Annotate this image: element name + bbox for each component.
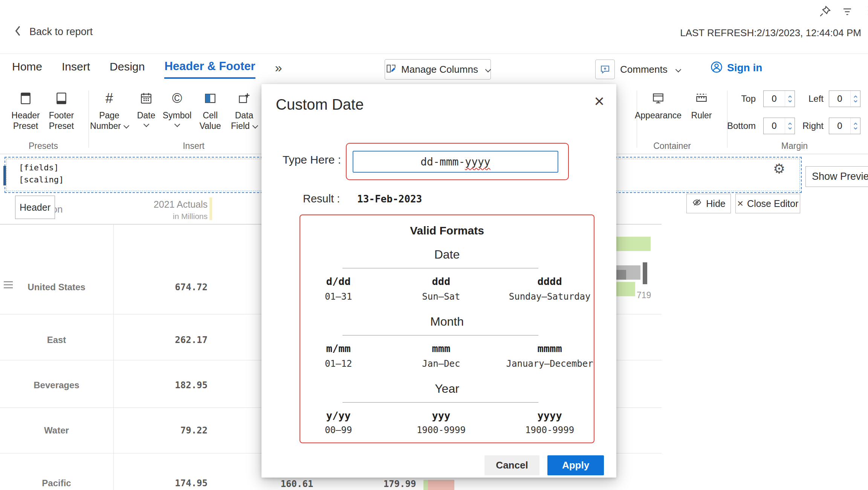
selection-handle[interactable]	[3, 166, 6, 185]
margin-top-stepper[interactable]: 0	[763, 90, 795, 107]
format-code: mmmm	[506, 343, 594, 354]
tab-design[interactable]: Design	[110, 60, 145, 79]
page-number-button[interactable]: # Page Number	[90, 88, 129, 131]
cancel-button[interactable]: Cancel	[484, 455, 539, 475]
comments-button[interactable]: Comments	[595, 59, 680, 80]
format-range: Jan–Dec	[377, 358, 506, 369]
chart-bar-label: 719	[637, 290, 651, 300]
format-code: m/mm	[300, 343, 377, 354]
cell-value-button[interactable]: Cell Value	[194, 88, 227, 131]
person-icon	[710, 60, 723, 75]
stepper-arrows[interactable]	[785, 91, 795, 107]
header-preset-label: Header Preset	[6, 110, 45, 131]
pin-icon[interactable]	[818, 5, 832, 20]
highlight-stripe	[209, 198, 212, 220]
ruler-label: Ruler	[691, 110, 712, 121]
margin-left-label: Left	[797, 90, 824, 107]
divider	[342, 402, 538, 403]
table-row-value: 262.17	[113, 335, 208, 345]
tab-insert[interactable]: Insert	[62, 60, 90, 79]
format-code: ddd	[377, 276, 506, 287]
valid-formats-title: Valid Formats	[300, 224, 594, 237]
custom-date-input[interactable]: dd-mmm-yyyy	[353, 151, 558, 173]
divider	[342, 335, 538, 335]
show-preview-button[interactable]: Show Preview	[805, 166, 868, 187]
footer-preset-button[interactable]: Footer Preset	[43, 88, 79, 131]
conditional-format-cell	[423, 480, 454, 490]
table-row-name: Pacific	[0, 478, 113, 488]
footer-preset-icon	[54, 88, 69, 109]
filter-icon[interactable]	[841, 6, 854, 19]
copyright-icon: ©	[172, 88, 182, 109]
chevron-down-icon	[252, 123, 258, 129]
chevron-down-icon	[485, 66, 491, 72]
manage-columns-icon	[385, 63, 397, 76]
appearance-button[interactable]: Appearance	[636, 88, 680, 121]
token-fields[interactable]: [fields]	[19, 163, 59, 172]
chevron-down-icon	[143, 121, 149, 127]
section-heading-year: Year	[300, 382, 594, 396]
tab-home[interactable]: Home	[12, 60, 42, 79]
margin-left-value: 0	[829, 91, 850, 107]
cell-value-label: Cell Value	[194, 110, 227, 131]
chevron-down-icon	[174, 121, 180, 127]
token-scaling[interactable]: [scaling]	[19, 175, 64, 184]
divider	[89, 90, 89, 148]
tab-header-footer[interactable]: Header & Footer	[164, 60, 255, 79]
margin-top-value: 0	[764, 91, 785, 107]
result-label: Result :	[303, 193, 340, 205]
table-row-value: 79.22	[113, 425, 208, 436]
ribbon-tabs: Home Insert Design Header & Footer »	[12, 60, 282, 79]
format-code: dddd	[506, 276, 594, 287]
divider	[342, 268, 538, 268]
hash-icon: #	[105, 88, 113, 109]
gear-icon[interactable]: ⚙	[773, 162, 785, 176]
stepper-arrows[interactable]	[850, 91, 860, 107]
format-code: yyy	[377, 410, 506, 421]
section-heading-date: Date	[300, 248, 594, 262]
column-header-2021-actuals: 2021 Actuals	[113, 199, 208, 210]
format-range: 01–31	[300, 291, 377, 302]
table-row-value: 174.95	[113, 478, 208, 488]
stepper-arrows[interactable]	[850, 118, 860, 134]
margin-bottom-value: 0	[764, 118, 785, 134]
margin-right-stepper[interactable]: 0	[829, 118, 860, 134]
apply-button[interactable]: Apply	[547, 455, 604, 475]
ruler-button[interactable]: Ruler	[686, 88, 717, 121]
table-row-value: 182.95	[113, 380, 208, 390]
container-group-label: Container	[642, 141, 702, 151]
header-preset-button[interactable]: Header Preset	[6, 88, 45, 131]
margin-top-label: Top	[731, 90, 756, 107]
format-code: d/dd	[300, 276, 377, 287]
symbol-label: Symbol	[163, 110, 192, 121]
margin-group-label: Margin	[764, 141, 825, 151]
comments-label: Comments	[620, 64, 668, 75]
more-options-icon[interactable]: ⋮	[863, 3, 868, 17]
format-code: y/yy	[300, 410, 377, 421]
header-section-chip[interactable]: Header	[15, 196, 55, 219]
custom-date-dialog: Custom Date × Type Here : dd-mmm-yyyy Re…	[261, 84, 616, 478]
close-editor-button[interactable]: × Close Editor	[735, 194, 800, 213]
date-button[interactable]: Date	[132, 88, 160, 126]
footer-preset-label: Footer Preset	[43, 110, 79, 131]
sign-in-button[interactable]: Sign in	[710, 60, 762, 75]
table-row-name: East	[0, 335, 113, 345]
table-row-name: Beverages	[0, 380, 113, 390]
manage-columns-button[interactable]: Manage Columns	[385, 59, 491, 80]
hide-button[interactable]: Hide	[686, 194, 731, 213]
symbol-button[interactable]: © Symbol	[160, 88, 194, 126]
format-range: January–December	[506, 358, 594, 369]
type-here-label: Type Here :	[283, 153, 341, 166]
back-to-report-button[interactable]: Back to report	[14, 25, 93, 38]
tabs-overflow-icon[interactable]: »	[275, 60, 282, 79]
dialog-close-icon[interactable]: ×	[594, 92, 604, 110]
data-field-button[interactable]: Data Field	[226, 88, 262, 131]
close-icon: ×	[737, 198, 743, 209]
margin-right-label: Right	[793, 118, 824, 134]
margin-left-stepper[interactable]: 0	[829, 90, 860, 107]
format-range: 01–12	[300, 358, 377, 369]
margin-bottom-stepper[interactable]: 0	[763, 118, 795, 134]
ruler-icon	[694, 88, 709, 109]
margin-right-value: 0	[829, 118, 850, 134]
insert-group-label: Insert	[164, 141, 224, 151]
